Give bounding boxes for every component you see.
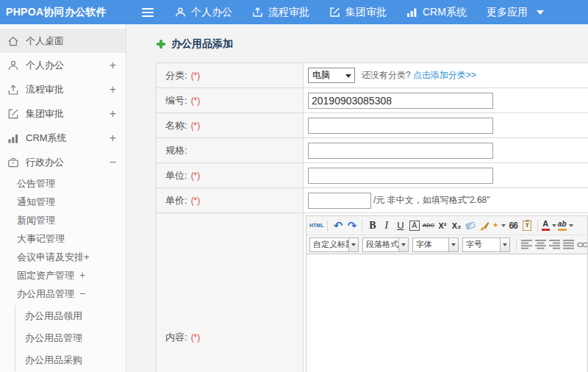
- sidebar-item-label: 公告管理: [17, 178, 55, 189]
- align-justify-icon: [563, 240, 575, 249]
- expand-toggle[interactable]: +: [110, 53, 116, 77]
- eraser-button[interactable]: [464, 218, 476, 233]
- required-star: (*): [191, 196, 201, 206]
- hamburger-menu-icon[interactable]: [142, 8, 154, 19]
- sidebar-item-group-approval[interactable]: 集团审批 +: [0, 101, 126, 126]
- sidebar-item-office-supplies-mgmt[interactable]: 办公用品管理−: [0, 285, 126, 303]
- undo-button[interactable]: ↶: [331, 218, 344, 233]
- expand-toggle[interactable]: +: [110, 101, 116, 126]
- nav-workflow-approval[interactable]: 流程审批: [252, 6, 309, 19]
- font-family-combo[interactable]: 字体: [412, 237, 459, 252]
- unit-input[interactable]: [308, 168, 493, 184]
- font-size-combo[interactable]: 字号: [462, 237, 510, 252]
- custom-heading-combo[interactable]: 自定义标题: [309, 237, 359, 252]
- auto-format-button[interactable]: ✦: [492, 218, 505, 233]
- briefcase-icon: [7, 157, 19, 168]
- font-color-button[interactable]: A: [542, 218, 556, 233]
- required-star: (*): [191, 71, 201, 81]
- required-star: (*): [191, 171, 201, 181]
- collapse-toggle[interactable]: −: [79, 287, 85, 299]
- app-logo: PHPOA协同办公软件: [6, 0, 107, 24]
- supply-add-form: 分类: (*) 电脑 还没有分类? 点击添加分类>> 编号: (*): [156, 62, 588, 372]
- format-painter-button[interactable]: [478, 218, 490, 233]
- form-row-code: 编号: (*): [157, 88, 588, 113]
- price-input[interactable]: [308, 193, 371, 209]
- edit-square-icon: [329, 7, 340, 18]
- toolbar-separator: [362, 220, 362, 232]
- sidebar-item-supplies-manage[interactable]: 办公用品管理: [15, 327, 126, 349]
- caret-down-icon: [401, 243, 406, 246]
- add-category-link[interactable]: 点击添加分类>>: [413, 69, 476, 82]
- align-right-button[interactable]: [548, 237, 561, 252]
- align-center-button[interactable]: [534, 237, 547, 252]
- home-icon: [7, 35, 19, 47]
- sidebar-item-label: 办公用品管理: [17, 288, 74, 299]
- page-title-row: 办公用品添加: [157, 37, 233, 51]
- category-label: 分类: (*): [157, 63, 304, 87]
- spec-input[interactable]: [308, 143, 493, 159]
- highlight-color-button[interactable]: ab: [558, 218, 573, 233]
- superscript-button[interactable]: X²: [436, 218, 448, 233]
- align-left-icon: [521, 240, 533, 249]
- sidebar-item-admin-office[interactable]: 行政办公 −: [0, 150, 126, 174]
- align-justify-button[interactable]: [562, 237, 575, 252]
- sidebar-item-announcement-mgmt[interactable]: 公告管理: [0, 174, 126, 193]
- eraser-icon: [465, 221, 476, 229]
- sidebar-item-label: 流程审批: [26, 83, 64, 96]
- italic-button[interactable]: I: [380, 218, 392, 233]
- sidebar-item-crm-system[interactable]: CRM系统 +: [0, 126, 126, 150]
- add-plus-icon: [157, 40, 165, 49]
- sidebar-item-label: 固定资产管理: [17, 270, 74, 281]
- code-input[interactable]: [308, 93, 493, 109]
- sidebar-item-personal-office[interactable]: 个人办公 +: [0, 53, 126, 77]
- bar-chart-icon: [406, 7, 417, 18]
- sidebar-item-workflow-approval[interactable]: 流程审批 +: [0, 77, 126, 101]
- nav-group-approval[interactable]: 集团审批: [329, 6, 387, 19]
- sidebar-item-meeting-request[interactable]: 会议申请及安排+: [0, 248, 126, 266]
- collapse-toggle[interactable]: −: [110, 150, 116, 174]
- form-row-category: 分类: (*) 电脑 还没有分类? 点击添加分类>>: [157, 63, 588, 88]
- nav-label: 个人办公: [191, 6, 232, 19]
- category-select[interactable]: 电脑: [308, 68, 355, 83]
- sidebar-item-notice-mgmt[interactable]: 通知管理: [0, 193, 126, 211]
- sidebar-item-supplies-receive[interactable]: 办公用品领用: [15, 305, 126, 327]
- underline-button[interactable]: U: [394, 218, 406, 233]
- subscript-button[interactable]: X₂: [450, 218, 462, 233]
- form-row-unit: 单位: (*): [157, 163, 588, 188]
- blockquote-button[interactable]: 66: [507, 218, 520, 233]
- sidebar-item-label: 行政办公: [26, 156, 64, 169]
- price-label: 单价: (*): [157, 188, 304, 212]
- expand-toggle[interactable]: +: [79, 269, 85, 281]
- user-icon: [175, 7, 186, 18]
- nav-label: 流程审批: [268, 6, 309, 19]
- caret-down-icon: [537, 10, 544, 15]
- bold-button[interactable]: B: [366, 218, 379, 233]
- nav-label: 更多应用: [487, 6, 528, 19]
- paragraph-format-combo[interactable]: 段落格式: [362, 237, 409, 252]
- sidebar-item-personal-desktop[interactable]: 个人桌面: [0, 29, 126, 53]
- sidebar-item-fixed-assets-mgmt[interactable]: 固定资产管理+: [0, 266, 126, 285]
- caret-down-icon: [503, 243, 507, 246]
- paste-text-button[interactable]: T: [521, 218, 534, 233]
- content-label: 内容: (*): [157, 213, 304, 372]
- align-left-button[interactable]: [520, 237, 533, 252]
- expand-toggle[interactable]: +: [110, 77, 116, 101]
- nav-label: CRM系统: [423, 6, 467, 19]
- font-color-icon: A: [542, 220, 550, 231]
- required-star: (*): [191, 121, 201, 131]
- sidebar-item-supplies-purchase[interactable]: 办公用品采购: [15, 349, 126, 371]
- font-border-button[interactable]: A: [408, 218, 420, 233]
- sidebar-item-events-mgmt[interactable]: 大事记管理: [0, 229, 126, 248]
- sidebar-item-news-mgmt[interactable]: 新闻管理: [0, 211, 126, 229]
- name-input[interactable]: [308, 118, 493, 134]
- nav-personal-office[interactable]: 个人办公: [175, 6, 232, 19]
- editor-content-area[interactable]: [306, 254, 587, 372]
- form-row-spec: 规格:: [157, 138, 588, 163]
- strikethrough-button[interactable]: ABC: [422, 218, 434, 233]
- insert-link-button[interactable]: [576, 237, 587, 252]
- nav-more-apps[interactable]: 更多应用: [487, 6, 544, 19]
- html-source-button[interactable]: HTML: [309, 218, 323, 233]
- nav-crm-system[interactable]: CRM系统: [406, 6, 467, 19]
- expand-toggle[interactable]: +: [110, 126, 116, 150]
- redo-button[interactable]: ↷: [345, 218, 358, 233]
